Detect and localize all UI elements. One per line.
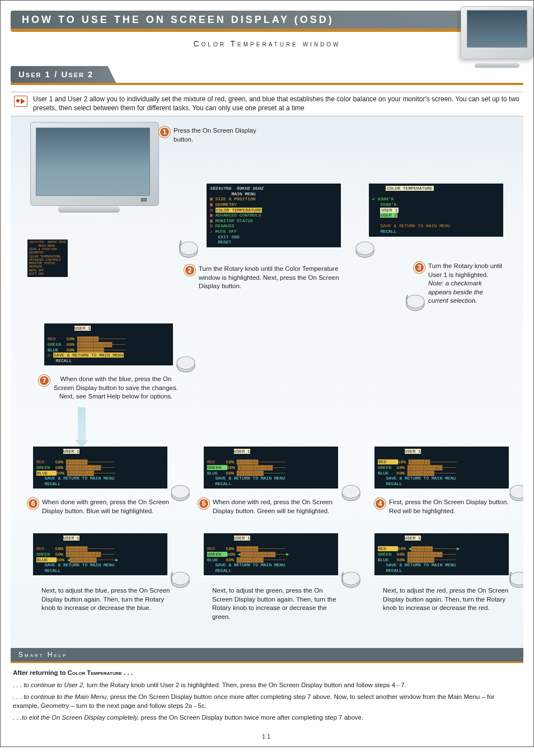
osd-tiny-mainmenu: 1024x768 69KHZ 85HZ MAIN MENU SIZE & POS… bbox=[27, 240, 68, 277]
osd-user1-step6b: USER 1 RED 50% ▓▓▓▓▓▓▓▓────────── GREEN … bbox=[33, 533, 167, 575]
step-6b: Next, to adjust the blue, press the On S… bbox=[41, 586, 170, 613]
manual-page: How to Use the On Screen Display (OSD) C… bbox=[0, 0, 534, 747]
svg-point-10 bbox=[171, 485, 189, 498]
step-5b: Next, to adjust the green, press the On … bbox=[212, 586, 341, 621]
smart-help-tab: Smart Help bbox=[11, 648, 523, 661]
step-6-text: When done with green, press the On Scree… bbox=[42, 498, 173, 515]
page-title-bar: How to Use the On Screen Display (OSD) bbox=[11, 11, 523, 29]
osd-user1-step5b: USER 1 RED 50% ▓▓▓▓▓▓▓▓────────── GREEN … bbox=[204, 533, 338, 575]
crt-hero-illustration bbox=[455, 6, 533, 68]
step-5-text: When done with red, press the On Screen … bbox=[213, 498, 344, 515]
step-badge-1: 1 bbox=[159, 126, 170, 138]
rotary-knob-icon bbox=[402, 290, 428, 316]
smart-help-heading: After returning to Color Temperature . .… bbox=[13, 669, 133, 676]
osd-main-menu: 1024x768 69KHZ 85HZ MAIN MENU ▣ SIZE & P… bbox=[207, 184, 341, 247]
section-tab-label: User 1 / User 2 bbox=[11, 66, 116, 83]
rotary-knob-icon bbox=[167, 567, 193, 593]
smart-help-body: After returning to Color Temperature . .… bbox=[11, 661, 523, 729]
svg-point-6 bbox=[406, 295, 424, 308]
step-6b-text: Next, to adjust the blue, press the On S… bbox=[41, 587, 170, 611]
step-5b-text: Next, to adjust the green, press the On … bbox=[212, 587, 336, 620]
step-2-text: Turn the Rotary knob until the Color Tem… bbox=[199, 265, 341, 291]
rotary-knob-icon bbox=[176, 237, 202, 262]
step-1-text: Press the On Screen Display button. bbox=[174, 126, 260, 144]
smart-help-p1: . . . to continue to User 2, turn the Ro… bbox=[13, 681, 521, 690]
svg-point-16 bbox=[171, 572, 189, 585]
svg-point-1 bbox=[180, 242, 198, 255]
page-title: How to Use the On Screen Display (OSD) bbox=[11, 13, 334, 26]
step-4: 4 First, press the On Screen Display but… bbox=[374, 498, 514, 515]
step-badge-4: 4 bbox=[374, 498, 386, 509]
section-tab: User 1 / User 2 bbox=[11, 66, 523, 83]
step-badge-5: 5 bbox=[198, 498, 209, 509]
step-7-text: When done with the blue, press the On Sc… bbox=[53, 375, 179, 401]
svg-point-12 bbox=[342, 485, 360, 498]
smart-help-p3: . . .to exit the On Screen Display compl… bbox=[13, 713, 521, 722]
step-6: 6 When done with green, press the On Scr… bbox=[27, 498, 173, 515]
step-4b-text: Next, to adjust the red, press the On Sc… bbox=[383, 587, 508, 611]
rotary-knob-icon bbox=[173, 351, 199, 377]
osd-user1-step6: USER 1 RED 50% ▓▓▓▓▓▓▓▓────────── GREEN … bbox=[33, 447, 167, 489]
svg-point-4 bbox=[356, 242, 374, 255]
rotary-knob-icon bbox=[352, 237, 378, 262]
step-5: 5 When done with red, press the On Scree… bbox=[198, 498, 344, 515]
rotary-knob-icon bbox=[338, 567, 364, 593]
osd-user1-step4b: USER 1 RED 50% ◀▓▓▓▓▓▓▓▓─────────▶ GREEN… bbox=[374, 533, 509, 575]
osd-user1-step4: USER 1 RED 50% ▓▓▓▓▓▓▓▓────────── GREEN … bbox=[374, 447, 509, 489]
page-subtitle: Color Temperature window bbox=[11, 39, 523, 49]
step-4-text: First, press the On Screen Display butto… bbox=[389, 498, 514, 515]
step-badge-3: 3 bbox=[414, 262, 425, 273]
intro-note: User 1 and User 2 allow you to individua… bbox=[11, 92, 523, 116]
svg-point-8 bbox=[177, 356, 195, 369]
step-7: 7 When done with the blue, press the On … bbox=[39, 375, 179, 401]
flag-icon bbox=[14, 96, 27, 107]
smart-help-label: Smart Help bbox=[11, 650, 68, 659]
step-2: 2 Turn the Rotary knob until the Color T… bbox=[184, 265, 341, 291]
osd-color-temperature: COLOR TEMPERATURE ✔ 9300°K 6500°K USER 1… bbox=[369, 184, 503, 236]
step-badge-2: 2 bbox=[184, 265, 195, 276]
step-badge-6: 6 bbox=[27, 498, 39, 509]
step-badge-7: 7 bbox=[39, 375, 50, 386]
step-flow-canvas: 1 Press the On Screen Display button. 10… bbox=[11, 116, 523, 648]
step-1: 1 Press the On Screen Display button. bbox=[159, 126, 260, 144]
intro-note-text: User 1 and User 2 allow you to individua… bbox=[33, 95, 520, 112]
smart-help-p2: . . . to continue to the Main Menu, pres… bbox=[13, 693, 521, 710]
step-4b: Next, to adjust the red, press the On Sc… bbox=[383, 586, 512, 613]
flow-arrow-icon bbox=[78, 407, 86, 441]
svg-point-18 bbox=[342, 572, 360, 585]
osd-user1-step5: USER 1 RED 50% ▓▓▓▓▓▓▓▓────────── GREEN … bbox=[204, 447, 338, 489]
page-number: 11 bbox=[11, 732, 523, 741]
step-3-text: Turn the Rotary knob until User 1 is hig… bbox=[428, 262, 503, 306]
osd-user1-step7: USER 1 RED 50% ▓▓▓▓▓▓▓▓────────── GREEN … bbox=[44, 323, 173, 365]
monitor-illustration bbox=[30, 122, 159, 228]
